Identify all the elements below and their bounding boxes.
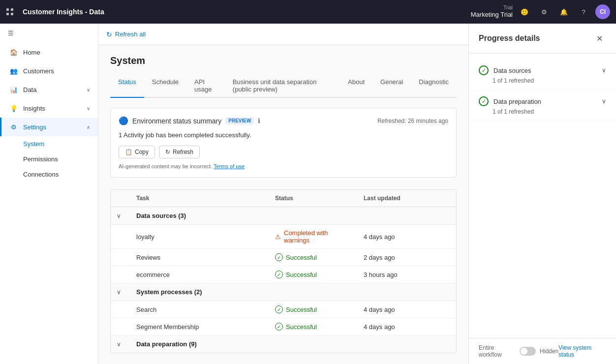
- progress-item-subtitle: 1 of 1 refreshed: [493, 108, 606, 115]
- svg-rect-0: [6, 8, 9, 11]
- data-icon: 📊: [9, 85, 18, 94]
- status-card: 🔵 Environment status summary PREVIEW ℹ R…: [110, 108, 457, 178]
- page-inner: System Status Schedule API usage Busines…: [98, 45, 468, 363]
- avatar[interactable]: CI: [595, 4, 610, 19]
- sidebar-item-customers-label: Customers: [23, 67, 90, 75]
- tab-status[interactable]: Status: [110, 74, 144, 98]
- sidebar-item-data-label: Data: [23, 86, 82, 93]
- status-text: Successful: [286, 271, 317, 278]
- progress-item-title: Data sources: [493, 67, 597, 74]
- task-name: Search: [130, 306, 269, 313]
- refresh-button[interactable]: ↻ Refresh: [159, 146, 200, 158]
- main-layout: ☰ 🏠 Home 👥 Customers 📊 Data ∨ 💡 Insights…: [0, 24, 616, 364]
- permissions-sub-label: Permissions: [23, 155, 58, 163]
- data-chevron-icon: ∨: [87, 87, 90, 92]
- section-system-processes-title: System processes (2): [130, 288, 269, 296]
- svg-rect-2: [6, 13, 9, 15]
- sidebar: ☰ 🏠 Home 👥 Customers 📊 Data ∨ 💡 Insights…: [0, 24, 98, 364]
- tab-schedule[interactable]: Schedule: [144, 74, 186, 98]
- tab-api-usage[interactable]: API usage: [186, 74, 225, 98]
- tab-business-unit[interactable]: Business unit data separation (public pr…: [225, 74, 340, 98]
- ai-notice-text: AI-generated content may be incorrect.: [119, 163, 212, 169]
- task-name: Segment Membership: [130, 323, 269, 331]
- sidebar-sub-item-system[interactable]: System: [0, 136, 98, 152]
- sidebar-item-home[interactable]: 🏠 Home: [0, 43, 98, 61]
- trial-info: Trial Marketing Trial: [471, 5, 513, 19]
- copy-label: Copy: [135, 149, 149, 155]
- section-data-sources-title: Data sources (3): [130, 212, 269, 219]
- sidebar-item-data[interactable]: 📊 Data ∨: [0, 80, 98, 99]
- status-card-header: 🔵 Environment status summary PREVIEW ℹ R…: [119, 116, 448, 125]
- refresh-all-button[interactable]: ↻ Refresh all: [106, 30, 146, 38]
- status-message-text: 1 Activity job has been completed succes…: [119, 131, 251, 139]
- progress-item-title: Data preparation: [493, 98, 597, 105]
- hamburger-btn[interactable]: ☰: [0, 24, 98, 43]
- tab-general[interactable]: General: [372, 74, 411, 98]
- page-title: System: [110, 55, 457, 66]
- copy-icon: 📋: [125, 149, 132, 155]
- view-system-status-link[interactable]: View system status: [558, 344, 606, 358]
- system-sub-label: System: [23, 140, 44, 148]
- trial-label: Trial: [503, 5, 513, 11]
- sidebar-item-insights-label: Insights: [23, 105, 82, 112]
- table-row: loyalty ⚠ Completed with warnings 4 days…: [111, 225, 456, 249]
- section-expand-btn[interactable]: ∨: [111, 289, 130, 296]
- emoji-icon[interactable]: 🙂: [517, 4, 532, 20]
- refresh-icon: ↻: [165, 149, 170, 155]
- sidebar-item-insights[interactable]: 💡 Insights ∨: [0, 99, 98, 118]
- section-expand-btn[interactable]: ∨: [111, 341, 130, 348]
- settings-chevron-icon: ∧: [87, 124, 90, 130]
- sidebar-item-customers[interactable]: 👥 Customers: [0, 61, 98, 80]
- col-expand: [111, 195, 130, 202]
- hidden-label: Hidden: [540, 348, 558, 355]
- main-content: ↻ Refresh all System Status Schedule API…: [98, 24, 468, 364]
- section-expand-btn[interactable]: ∨: [111, 212, 130, 219]
- section-data-sources-label: Data sources (3): [136, 212, 186, 219]
- sidebar-sub-item-permissions[interactable]: Permissions: [0, 152, 98, 167]
- sidebar-item-settings-label: Settings: [23, 123, 82, 131]
- tabs: Status Schedule API usage Business unit …: [110, 74, 457, 98]
- sidebar-sub-item-connections[interactable]: Connections: [0, 167, 98, 182]
- refresh-bar: ↻ Refresh all: [98, 24, 468, 45]
- progress-footer: Entire workflow Hidden View system statu…: [469, 338, 616, 364]
- progress-items: ✓ Data sources ∨ 1 of 1 refreshed ✓ Data…: [469, 54, 616, 338]
- info-icon[interactable]: ℹ: [258, 117, 260, 124]
- settings-icon[interactable]: ⚙: [536, 4, 552, 20]
- svg-rect-1: [11, 8, 13, 11]
- customers-icon: 👥: [9, 66, 18, 75]
- sidebar-item-settings[interactable]: ⚙ Settings ∧: [0, 118, 98, 136]
- bell-icon[interactable]: 🔔: [556, 4, 572, 20]
- progress-item-header: ✓ Data preparation ∨: [479, 96, 606, 106]
- copy-button[interactable]: 📋 Copy: [119, 146, 155, 158]
- progress-panel: Progress details ✕ ✓ Data sources ∨ 1 of…: [468, 24, 616, 364]
- settings-sidebar-icon: ⚙: [9, 122, 18, 131]
- content-area: ↻ Refresh all System Status Schedule API…: [98, 24, 616, 364]
- check-icon: ✓: [479, 96, 489, 106]
- section-data-preparation-label: Data preparation (9): [136, 340, 197, 348]
- progress-panel-close-button[interactable]: ✕: [592, 31, 606, 45]
- svg-rect-3: [11, 13, 13, 15]
- status-refreshed-text: Refreshed: 26 minutes ago: [377, 118, 448, 124]
- progress-panel-title: Progress details: [479, 34, 540, 43]
- tab-diagnostic[interactable]: Diagnostic: [411, 74, 457, 98]
- grid-icon[interactable]: [6, 8, 14, 16]
- progress-item-chevron[interactable]: ∨: [602, 67, 606, 74]
- tab-about[interactable]: About: [340, 74, 372, 98]
- status-text: Successful: [286, 254, 317, 261]
- success-icon: ✓: [275, 253, 283, 261]
- success-icon: ✓: [275, 323, 283, 331]
- connections-sub-label: Connections: [23, 171, 59, 178]
- preview-badge: PREVIEW: [225, 117, 254, 124]
- status-text: Completed with warnings: [284, 229, 352, 244]
- task-name: ecommerce: [130, 271, 269, 278]
- warning-icon: ⚠: [275, 233, 281, 241]
- success-icon: ✓: [275, 271, 283, 278]
- entire-workflow-toggle[interactable]: [520, 347, 536, 356]
- entire-workflow-label: Entire workflow: [479, 344, 516, 358]
- refresh-all-icon: ↻: [106, 30, 112, 38]
- help-icon[interactable]: ?: [576, 4, 591, 20]
- last-updated: 4 days ago: [358, 233, 456, 241]
- progress-item-chevron[interactable]: ∨: [602, 98, 606, 105]
- terms-link[interactable]: Terms of use: [214, 163, 245, 169]
- task-name: loyalty: [130, 233, 269, 241]
